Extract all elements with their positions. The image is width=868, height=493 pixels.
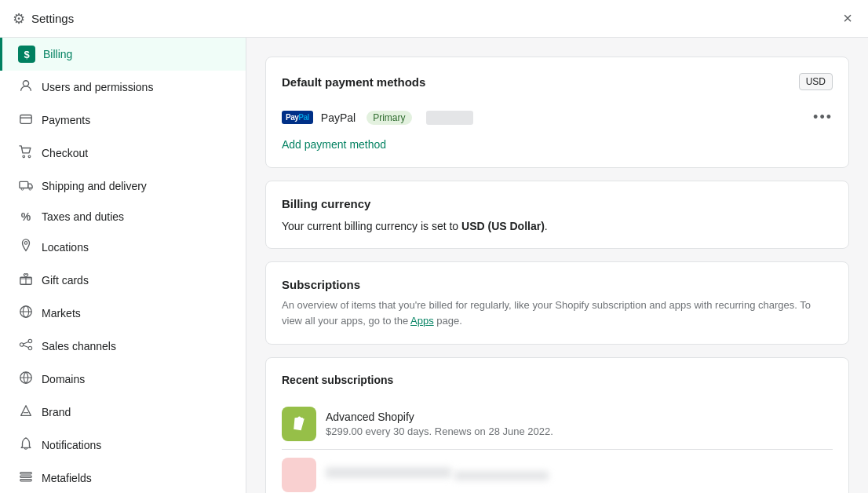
sidebar-item-metafields-label: Metafields bbox=[42, 472, 92, 484]
location-icon bbox=[18, 239, 34, 256]
subscriptions-desc-end: page. bbox=[434, 315, 462, 327]
sidebar-item-brand[interactable]: Brand bbox=[0, 396, 246, 429]
sidebar-item-shipping-label: Shipping and delivery bbox=[42, 180, 147, 192]
advanced-shopify-price: $299.00 every 30 days. Renews on 28 June… bbox=[326, 425, 833, 437]
sidebar-item-sales-channels[interactable]: Sales channels bbox=[0, 330, 246, 363]
markets-icon bbox=[18, 305, 34, 322]
sub-2-price bbox=[454, 471, 549, 480]
title-bar-left: ⚙ Settings bbox=[13, 10, 74, 27]
subscriptions-section: Subscriptions An overview of items that … bbox=[265, 261, 849, 345]
add-payment-link[interactable]: Add payment method bbox=[282, 138, 386, 151]
paypal-logo: PayPal bbox=[282, 111, 313, 124]
sub-icon-2 bbox=[282, 458, 316, 492]
main-content: Default payment methods USD PayPal PayPa… bbox=[246, 38, 868, 493]
metafields-icon bbox=[18, 469, 34, 487]
card-visual bbox=[426, 111, 473, 125]
app-title: Settings bbox=[31, 12, 74, 25]
apps-link[interactable]: Apps bbox=[410, 315, 434, 327]
sub-2-info bbox=[326, 466, 833, 484]
svg-point-5 bbox=[21, 188, 24, 191]
primary-badge: Primary bbox=[367, 111, 411, 125]
sidebar-item-checkout-label: Checkout bbox=[42, 147, 88, 159]
svg-rect-1 bbox=[20, 115, 31, 124]
sidebar-item-metafields[interactable]: Metafields bbox=[0, 462, 246, 493]
recent-subscriptions-title: Recent subscriptions bbox=[282, 374, 833, 386]
billing-currency-card: Billing currency Your current billing cu… bbox=[265, 181, 849, 249]
title-bar: ⚙ Settings × bbox=[0, 0, 868, 38]
sidebar-item-notifications-label: Notifications bbox=[42, 439, 101, 451]
payment-name: PayPal bbox=[321, 111, 356, 124]
sidebar-item-locations-label: Locations bbox=[42, 241, 89, 254]
sidebar-item-gift-cards-label: Gift cards bbox=[42, 274, 89, 287]
billing-currency-value: USD (US Dollar) bbox=[461, 220, 545, 232]
sidebar-item-sales-channels-label: Sales channels bbox=[42, 340, 116, 352]
payment-method-info: PayPal PayPal Primary bbox=[282, 111, 473, 125]
shipping-icon bbox=[18, 177, 34, 195]
svg-point-13 bbox=[28, 346, 32, 350]
sidebar-item-domains[interactable]: Domains bbox=[0, 363, 246, 396]
settings-icon: ⚙ bbox=[13, 10, 25, 27]
more-options-button[interactable]: ••• bbox=[813, 109, 833, 126]
default-payment-methods-card: Default payment methods USD PayPal PayPa… bbox=[265, 57, 849, 168]
taxes-icon: % bbox=[18, 210, 34, 223]
svg-rect-16 bbox=[20, 476, 31, 477]
brand-icon bbox=[18, 404, 34, 421]
shopify-icon bbox=[282, 407, 316, 441]
sidebar-item-locations[interactable]: Locations bbox=[0, 231, 246, 264]
sidebar-item-taxes[interactable]: % Taxes and duties bbox=[0, 203, 246, 231]
main-layout: $ Billing Users and permissions Payments bbox=[0, 38, 868, 493]
billing-currency-text-prefix: Your current billing currency is set to bbox=[282, 220, 461, 232]
svg-rect-15 bbox=[20, 473, 31, 474]
sales-channels-icon bbox=[18, 338, 34, 355]
subscriptions-title: Subscriptions bbox=[282, 278, 833, 291]
gift-icon bbox=[18, 272, 34, 289]
notifications-icon bbox=[18, 436, 34, 454]
sidebar-item-brand-label: Brand bbox=[42, 406, 71, 418]
svg-point-2 bbox=[23, 155, 25, 158]
svg-point-7 bbox=[24, 242, 27, 245]
sidebar-item-users-permissions[interactable]: Users and permissions bbox=[0, 71, 246, 104]
sidebar-item-payments-label: Payments bbox=[42, 114, 90, 126]
recent-subscriptions-card: Recent subscriptions Advanced Shopify $2… bbox=[265, 357, 849, 493]
svg-rect-17 bbox=[20, 480, 31, 481]
sidebar-item-gift-cards[interactable]: Gift cards bbox=[0, 264, 246, 297]
subscriptions-desc-text: An overview of items that you're billed … bbox=[282, 299, 811, 327]
sidebar-item-users-label: Users and permissions bbox=[42, 81, 153, 93]
sidebar-item-checkout[interactable]: Checkout bbox=[0, 137, 246, 170]
svg-point-6 bbox=[29, 188, 31, 191]
svg-point-3 bbox=[28, 155, 31, 158]
sidebar-item-payments[interactable]: Payments bbox=[0, 104, 246, 137]
checkout-icon bbox=[18, 144, 34, 162]
sidebar-item-notifications[interactable]: Notifications bbox=[0, 429, 246, 462]
payment-method-row: PayPal PayPal Primary ••• bbox=[282, 103, 833, 132]
sidebar-item-billing[interactable]: $ Billing bbox=[0, 38, 246, 71]
card-title-payment: Default payment methods bbox=[282, 75, 425, 89]
svg-point-11 bbox=[20, 343, 24, 347]
users-icon bbox=[18, 79, 34, 96]
advanced-shopify-info: Advanced Shopify $299.00 every 30 days. … bbox=[326, 411, 833, 437]
subscriptions-desc: An overview of items that you're billed … bbox=[282, 298, 833, 328]
svg-rect-4 bbox=[20, 181, 28, 188]
sidebar-item-markets-label: Markets bbox=[42, 307, 81, 320]
svg-point-0 bbox=[23, 81, 28, 86]
svg-point-12 bbox=[28, 339, 32, 343]
advanced-shopify-name: Advanced Shopify bbox=[326, 411, 833, 423]
sidebar-item-markets[interactable]: Markets bbox=[0, 297, 246, 330]
subscription-item-2 bbox=[282, 450, 833, 493]
subscription-item-advanced-shopify: Advanced Shopify $299.00 every 30 days. … bbox=[282, 399, 833, 450]
sidebar-item-billing-label: Billing bbox=[43, 48, 72, 60]
domains-icon bbox=[18, 371, 34, 388]
sidebar-item-domains-label: Domains bbox=[42, 373, 85, 385]
sidebar: $ Billing Users and permissions Payments bbox=[0, 38, 246, 493]
sub-2-name bbox=[326, 467, 451, 478]
sidebar-item-taxes-label: Taxes and duties bbox=[42, 210, 124, 223]
billing-currency-title: Billing currency bbox=[282, 197, 833, 210]
card-header: Default payment methods USD bbox=[282, 73, 833, 90]
close-button[interactable]: × bbox=[840, 6, 855, 31]
sidebar-item-shipping[interactable]: Shipping and delivery bbox=[0, 170, 246, 203]
billing-icon: $ bbox=[18, 46, 35, 63]
billing-currency-text-suffix: . bbox=[545, 220, 548, 232]
currency-badge: USD bbox=[799, 73, 833, 90]
payments-icon bbox=[18, 111, 34, 129]
billing-currency-text: Your current billing currency is set to … bbox=[282, 220, 833, 232]
